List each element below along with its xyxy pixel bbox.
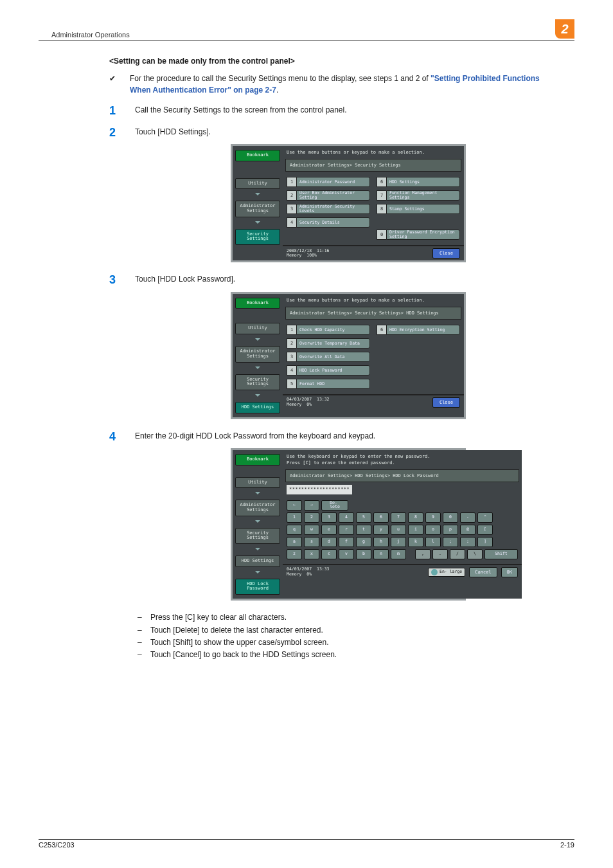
hdd-settings-button[interactable]: HDD Settings	[235, 556, 280, 567]
key[interactable]: r	[339, 525, 354, 535]
key[interactable]: d	[321, 537, 337, 547]
note-item: Touch [Cancel] to go back to the HDD Set…	[135, 649, 562, 660]
key[interactable]: h	[373, 537, 389, 547]
key[interactable]: ;	[443, 537, 458, 547]
key[interactable]: ^	[477, 512, 493, 523]
key[interactable]: n	[373, 549, 389, 559]
security-settings-button[interactable]: Security Settings	[235, 229, 280, 245]
bookmark-button[interactable]: Bookmark	[235, 454, 280, 466]
step-2: Touch [HDD Settings]. Bookmark Utility A…	[109, 127, 562, 263]
arrow-left-key[interactable]: ←	[287, 500, 302, 511]
close-button[interactable]: Close	[432, 397, 460, 408]
key[interactable]: e	[321, 525, 337, 535]
hdd-lock-password-button[interactable]: HDD Lock Password	[235, 579, 280, 595]
key[interactable]: :	[460, 537, 475, 547]
key[interactable]: m	[391, 549, 406, 559]
key[interactable]: o	[425, 525, 441, 535]
arrow-right-key[interactable]: →	[304, 500, 319, 511]
key[interactable]: 9	[425, 512, 441, 523]
keyboard-row-a: asdfghjkl;:]	[287, 537, 518, 547]
key[interactable]: 3	[321, 512, 337, 523]
key[interactable]: 8	[408, 512, 423, 523]
chevron-down-icon	[235, 394, 280, 398]
key[interactable]: g	[356, 537, 371, 547]
menu-item[interactable]: 3Administrator Security Levels	[287, 204, 370, 214]
menu-item[interactable]: 6HDD Encryption Setting	[377, 325, 460, 335]
key[interactable]: 0	[443, 512, 458, 523]
menu-item[interactable]: 4Security Details	[287, 217, 370, 228]
key[interactable]: @	[460, 525, 475, 535]
menu-item[interactable]: 2Overwrite Temporary Data	[287, 338, 370, 348]
enlarge-button[interactable]: En- large	[428, 568, 465, 577]
admin-settings-button[interactable]: Administrator Settings	[235, 201, 280, 217]
password-field[interactable]: ********************	[287, 485, 352, 494]
key[interactable]: z	[287, 549, 302, 559]
shift-key[interactable]: Shift	[484, 549, 518, 559]
chevron-down-icon	[235, 571, 280, 575]
menu-item-hdd-settings[interactable]: 6HDD Settings	[377, 177, 460, 187]
key[interactable]: 4	[339, 512, 354, 523]
key[interactable]: \	[467, 549, 483, 559]
key[interactable]: ,	[415, 549, 431, 559]
key[interactable]: 1	[287, 512, 302, 523]
key[interactable]: w	[304, 525, 319, 535]
key[interactable]: k	[408, 537, 423, 547]
breadcrumb: Administrator Settings> HDD Settings> HD…	[285, 469, 519, 482]
security-settings-button[interactable]: Security Settings	[235, 528, 280, 544]
key[interactable]: v	[339, 549, 354, 559]
ok-button[interactable]: OK	[501, 567, 518, 577]
key[interactable]: b	[356, 549, 371, 559]
key[interactable]: f	[339, 537, 354, 547]
admin-settings-button[interactable]: Administrator Settings	[235, 500, 280, 516]
key[interactable]: /	[450, 549, 465, 559]
key[interactable]: 7	[391, 512, 406, 523]
status-meta: 04/03/2007 13:32 Memory 0%	[287, 397, 429, 408]
menu-item[interactable]: 5Format HDD	[287, 379, 370, 389]
page-header: Administrator Operations 2	[39, 19, 574, 41]
chevron-down-icon	[235, 492, 280, 496]
security-settings-button[interactable]: Security Settings	[235, 374, 280, 390]
utility-button[interactable]: Utility	[235, 323, 280, 334]
key[interactable]: 5	[356, 512, 371, 523]
chevron-down-icon	[235, 520, 280, 524]
key[interactable]: l	[425, 537, 441, 547]
close-button[interactable]: Close	[432, 248, 460, 258]
key[interactable]: 6	[373, 512, 389, 523]
note-text: For the procedure to call the Security S…	[130, 74, 431, 83]
key[interactable]: ]	[477, 537, 493, 547]
chevron-down-icon	[235, 338, 280, 342]
utility-button[interactable]: Utility	[235, 477, 280, 489]
key[interactable]: -	[460, 512, 475, 523]
bookmark-button[interactable]: Bookmark	[235, 298, 280, 309]
menu-item[interactable]: 0Driver Password Encryption Setting	[377, 230, 460, 240]
menu-item[interactable]: 1Administrator Password	[287, 177, 370, 187]
menu-item[interactable]: 8Stamp Settings	[377, 204, 460, 214]
chapter-badge: 2	[555, 19, 574, 39]
key[interactable]: x	[304, 549, 319, 559]
delete-key[interactable]: De- lete	[321, 500, 348, 511]
cancel-button[interactable]: Cancel	[469, 567, 497, 577]
key[interactable]: a	[287, 537, 302, 547]
hdd-settings-button[interactable]: HDD Settings	[235, 402, 280, 413]
key[interactable]: u	[391, 525, 406, 535]
key[interactable]: i	[408, 525, 423, 535]
key[interactable]: j	[391, 537, 406, 547]
key[interactable]: .	[432, 549, 448, 559]
menu-item[interactable]: 1Check HDD Capacity	[287, 325, 370, 335]
key[interactable]: p	[443, 525, 458, 535]
key[interactable]: s	[304, 537, 319, 547]
menu-item-hdd-lock-password[interactable]: 4HDD Lock Password	[287, 365, 370, 375]
key[interactable]: q	[287, 525, 302, 535]
admin-settings-button[interactable]: Administrator Settings	[235, 346, 280, 362]
checkmark-icon: ✔	[109, 73, 118, 96]
key[interactable]: c	[321, 549, 337, 559]
bookmark-button[interactable]: Bookmark	[235, 150, 280, 161]
key[interactable]: 2	[304, 512, 319, 523]
menu-item[interactable]: 3Overwrite All Data	[287, 352, 370, 362]
key[interactable]: t	[356, 525, 371, 535]
menu-item[interactable]: 2User Box Administrator Setting	[287, 190, 370, 201]
key[interactable]: y	[373, 525, 389, 535]
menu-item[interactable]: 7Function Management Settings	[377, 190, 460, 201]
utility-button[interactable]: Utility	[235, 178, 280, 190]
key[interactable]: [	[477, 525, 493, 535]
